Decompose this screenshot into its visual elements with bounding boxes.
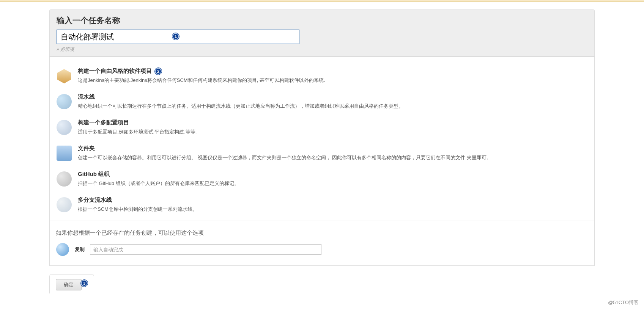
option-desc: 扫描一个 GitHub 组织（或者个人账户）的所有仓库来匹配已定义的标记。 (78, 180, 588, 187)
required-hint: » 必填项 (57, 46, 587, 53)
annotation-badge-3: 3 (81, 280, 88, 287)
item-name-row: 1 (57, 30, 299, 44)
option-desc: 适用于多配置项目,例如多环境测试,平台指定构建,等等. (78, 129, 588, 135)
new-item-page: 输入一个任务名称 1 » 必填项 构建一个自由风格的软件项目 2 这是Jenki… (49, 9, 595, 293)
option-desc: 精心地组织一个可以长期运行在多个节点上的任务。适用于构建流水线（更加正式地应当称… (78, 103, 588, 110)
option-title: 多分支流水线 (78, 196, 588, 204)
option-desc: 根据一个SCM仓库中检测到的分支创建一系列流水线。 (78, 206, 588, 213)
annotation-badge-1: 1 (172, 33, 179, 40)
option-folder[interactable]: 文件夹 创建一个可以嵌套存储的容器。利用它可以进行分组。 视图仅仅是一个过滤器，… (54, 141, 590, 167)
option-multiconfig[interactable]: 构建一个多配置项目 适用于多配置项目,例如多环境测试,平台指定构建,等等. (54, 115, 590, 141)
box-icon (56, 67, 72, 84)
option-title: 构建一个多配置项目 (78, 119, 588, 126)
item-type-panel: 构建一个自由风格的软件项目 2 这是Jenkins的主要功能.Jenkins将会… (49, 56, 595, 221)
annotation-badge-2: 2 (155, 68, 162, 75)
option-multibranch[interactable]: 多分支流水线 根据一个SCM仓库中检测到的分支创建一系列流水线。 (54, 193, 590, 218)
top-banner-strip (0, 0, 644, 2)
copy-label: 复制 (75, 246, 85, 253)
option-desc: 创建一个可以嵌套存储的容器。利用它可以进行分组。 视图仅仅是一个过滤器，而文件夹… (78, 154, 588, 161)
copy-from-panel: 如果你想根据一个已经存在的任务创建，可以使用这个选项 复制 (49, 221, 595, 266)
multibranch-icon (56, 196, 72, 213)
copy-row: 复制 (54, 243, 590, 256)
ok-button[interactable]: 确定 (56, 279, 82, 290)
option-title: 构建一个自由风格的软件项目 (78, 67, 152, 75)
option-title: GitHub 组织 (78, 171, 588, 178)
folder-icon (56, 145, 72, 162)
option-freestyle[interactable]: 构建一个自由风格的软件项目 2 这是Jenkins的主要功能.Jenkins将会… (54, 64, 590, 89)
multiconfig-icon (56, 119, 72, 136)
footer-bar: 确定 3 (49, 274, 94, 293)
option-pipeline[interactable]: 流水线 精心地组织一个可以长期运行在多个节点上的任务。适用于构建流水线（更加正式… (54, 89, 590, 115)
option-github-org[interactable]: GitHub 组织 扫描一个 GitHub 组织（或者个人账户）的所有仓库来匹配… (54, 167, 590, 193)
copy-globe-icon (56, 243, 69, 256)
copy-hint-text: 如果你想根据一个已经存在的任务创建，可以使用这个选项 (56, 229, 590, 237)
name-panel: 输入一个任务名称 1 » 必填项 (49, 9, 595, 56)
copy-from-input[interactable] (90, 244, 321, 255)
option-title: 流水线 (78, 93, 588, 100)
github-icon (56, 171, 72, 187)
pipeline-icon (56, 93, 72, 110)
option-title: 文件夹 (78, 145, 588, 152)
option-desc: 这是Jenkins的主要功能.Jenkins将会结合任何SCM和任何构建系统来构… (78, 77, 588, 84)
page-title: 输入一个任务名称 (57, 15, 587, 26)
